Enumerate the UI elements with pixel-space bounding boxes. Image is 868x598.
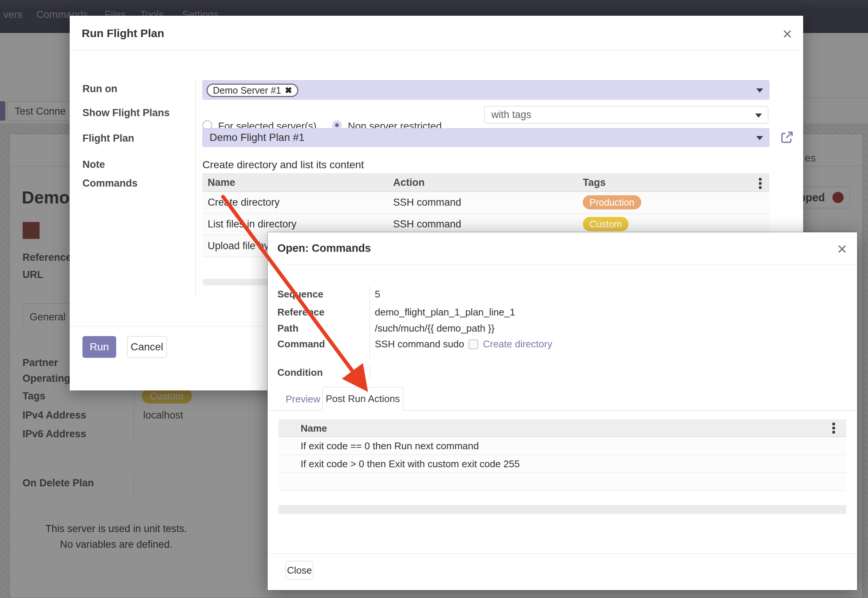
divider bbox=[195, 79, 196, 297]
chevron-down-icon bbox=[756, 136, 763, 140]
screen: vers Commands Files Tools Settings Test … bbox=[0, 0, 868, 598]
row-name: If exit code == 0 then Run next command bbox=[301, 440, 479, 452]
table-row[interactable] bbox=[278, 473, 846, 491]
row-action: SSH command bbox=[393, 197, 461, 208]
divider bbox=[268, 553, 857, 554]
run-on-select[interactable]: Demo Server #1 ✖ bbox=[202, 80, 769, 100]
column-action[interactable]: Action bbox=[393, 177, 425, 188]
tag-badge-production: Production bbox=[583, 195, 641, 209]
divider bbox=[296, 419, 296, 437]
note-label: Note bbox=[82, 159, 105, 170]
server-tag-label: Demo Server #1 bbox=[213, 85, 281, 96]
divider bbox=[70, 50, 803, 50]
red-annotation-arrow bbox=[208, 185, 384, 407]
sudo-checkbox[interactable] bbox=[468, 339, 478, 349]
show-flight-plans-label: Show Flight Plans bbox=[82, 107, 170, 119]
close-icon[interactable]: ✕ bbox=[782, 28, 793, 40]
remove-tag-icon[interactable]: ✖ bbox=[285, 85, 292, 96]
cancel-button[interactable]: Cancel bbox=[127, 336, 167, 358]
flight-plan-label: Flight Plan bbox=[82, 133, 134, 144]
column-options-icon[interactable] bbox=[832, 423, 835, 434]
chevron-down-icon bbox=[756, 88, 763, 93]
note-value: Create directory and list its content bbox=[202, 159, 364, 171]
create-directory-link[interactable]: Create directory bbox=[483, 338, 552, 350]
server-tag-pill[interactable]: Demo Server #1 ✖ bbox=[207, 84, 298, 97]
radio-selected-dot-icon bbox=[335, 123, 339, 127]
row-action: SSH command bbox=[393, 218, 461, 230]
horizontal-scrollbar[interactable] bbox=[278, 505, 846, 514]
close-button[interactable]: Close bbox=[286, 561, 313, 580]
with-tags-select[interactable]: with tags bbox=[484, 106, 768, 124]
table-row[interactable]: If exit code == 0 then Run next command bbox=[278, 437, 846, 455]
close-icon[interactable]: ✕ bbox=[837, 243, 848, 256]
column-name[interactable]: Name bbox=[301, 423, 327, 434]
flight-plan-value: Demo Flight Plan #1 bbox=[210, 132, 305, 143]
post-run-actions-table-header: Name bbox=[278, 419, 846, 437]
flight-plan-select[interactable]: Demo Flight Plan #1 bbox=[202, 128, 769, 147]
command-value-row: SSH command sudo Create directory bbox=[375, 338, 552, 350]
column-options-icon[interactable] bbox=[759, 178, 762, 189]
run-flight-plan-modal-title: Run Flight Plan bbox=[82, 27, 164, 40]
reference-value: demo_flight_plan_1_plan_line_1 bbox=[375, 306, 515, 318]
run-on-label: Run on bbox=[82, 83, 117, 95]
tag-badge-custom: Custom bbox=[583, 217, 629, 231]
commands-label: Commands bbox=[82, 178, 138, 189]
external-link-icon[interactable] bbox=[780, 130, 794, 146]
run-button[interactable]: Run bbox=[82, 336, 116, 358]
command-value: SSH command sudo bbox=[375, 338, 464, 350]
table-row[interactable]: If exit code > 0 then Exit with custom e… bbox=[278, 455, 846, 473]
with-tags-value: with tags bbox=[491, 109, 531, 120]
row-name: If exit code > 0 then Exit with custom e… bbox=[301, 458, 520, 470]
column-tags[interactable]: Tags bbox=[583, 177, 606, 188]
path-value: /such/much/{{ demo_path }} bbox=[375, 323, 494, 334]
chevron-down-icon bbox=[755, 114, 762, 118]
